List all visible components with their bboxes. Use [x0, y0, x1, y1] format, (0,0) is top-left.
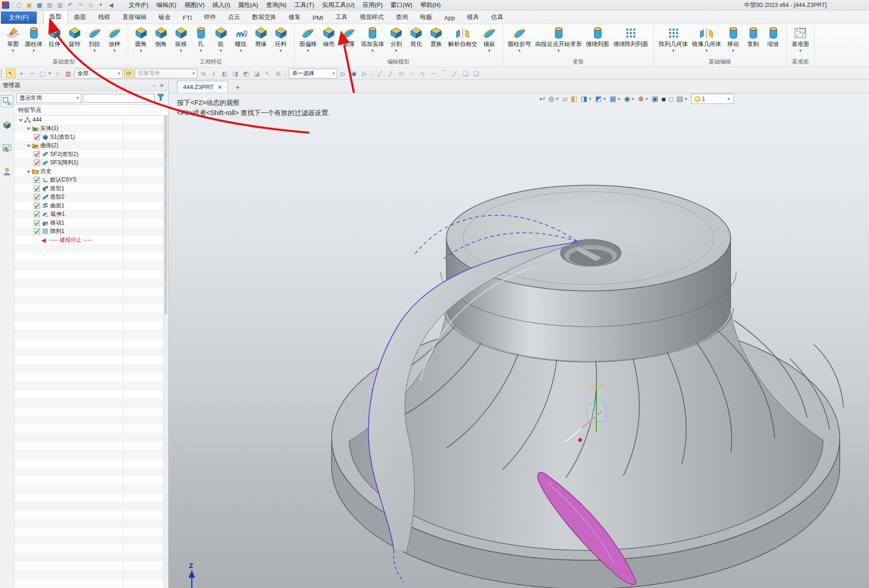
tree-scrollbar[interactable] — [163, 115, 168, 588]
ribbon-button-分割[interactable]: 分割▼ — [387, 26, 405, 53]
expander-chevron-icon[interactable] — [18, 117, 23, 123]
menu-item[interactable]: 视图(V) — [184, 1, 204, 9]
ribbon-button-孔[interactable]: 孔▼ — [192, 26, 210, 53]
visibility-checkbox[interactable] — [34, 151, 40, 157]
menu-item[interactable]: 实用工具(U) — [322, 1, 355, 9]
curve-icon[interactable]: ~ — [429, 69, 438, 78]
target-icon[interactable]: ◉ — [349, 69, 359, 78]
ribbon-button-螺纹[interactable]: 螺纹▼ — [232, 26, 250, 53]
add-select-icon[interactable]: + — [17, 69, 26, 78]
ribbon-button-放样[interactable]: 放样▼ — [105, 26, 124, 53]
ribbon-tab-视觉样式[interactable]: 视觉样式 — [353, 11, 390, 24]
tree-item-曲面1[interactable]: 曲面1 — [14, 201, 168, 210]
ribbon-button-加厚[interactable]: 加厚 — [340, 26, 358, 53]
ribbon-button-镜像几何体[interactable]: 镜像几何体▼ — [691, 26, 723, 53]
dropdown-arrow-icon[interactable]: ▼ — [555, 97, 559, 101]
pick-point-icon[interactable]: ◪ — [252, 69, 261, 78]
panel-close-icon[interactable]: ✕ — [158, 83, 165, 89]
display-mode-icon[interactable]: ◨▼ — [581, 95, 592, 103]
ribbon-button-置换[interactable]: 置换 — [427, 26, 445, 53]
dropdown-arrow-icon[interactable]: ▼ — [32, 49, 36, 52]
tree-column-header[interactable]: 特征节点 — [14, 104, 168, 116]
visibility-checkbox[interactable] — [34, 228, 40, 234]
exit-icon[interactable]: ↩ — [539, 95, 545, 103]
print-preview-icon[interactable]: ▥ — [56, 1, 64, 9]
select-cursor-icon[interactable]: ↖ — [6, 69, 15, 78]
dropdown-arrow-icon[interactable]: ▼ — [588, 97, 592, 101]
ribbon-tab-PMI[interactable]: PMI — [307, 13, 329, 24]
dropdown-arrow-icon[interactable]: ▼ — [179, 49, 183, 52]
back-icon[interactable]: ◀ — [107, 1, 115, 9]
ribbon-button-镶嵌[interactable]: 镶嵌▼ — [480, 26, 499, 53]
tree-item-444[interactable]: 444 — [14, 116, 168, 124]
ribbon-button-扫掠[interactable]: 扫掠▼ — [85, 26, 104, 53]
ribbon-tab-曲面[interactable]: 曲面 — [68, 11, 92, 24]
ribbon-button-拉伸[interactable]: 拉伸 — [46, 26, 64, 53]
tab-close-icon[interactable]: ✕ — [217, 84, 222, 90]
expander-chevron-icon[interactable] — [26, 169, 31, 174]
ribbon-tab-App[interactable]: App — [438, 13, 461, 24]
ray-icon[interactable]: ╱ — [450, 69, 459, 78]
dropdown-arrow-icon[interactable]: ▼ — [603, 97, 607, 101]
ribbon-button-简化[interactable]: 简化 — [407, 26, 425, 53]
menu-item[interactable]: 窗口(W) — [391, 1, 412, 9]
ribbon-tab-焊件[interactable]: 焊件 — [198, 11, 222, 24]
ribbon-button-圆柱体[interactable]: 圆柱体▼ — [24, 26, 44, 53]
ribbon-button-筋[interactable]: 筋▼ — [212, 26, 230, 53]
tree-item-S1(造型1)[interactable]: S1(造型1) — [14, 133, 168, 142]
file-menu-button[interactable]: 文件(F) — [1, 12, 37, 24]
dropdown-arrow-icon[interactable]: ▼ — [732, 49, 735, 52]
dropdown-arrow-icon[interactable]: ▼ — [279, 49, 283, 52]
ribbon-tab-工具[interactable]: 工具 — [329, 11, 353, 24]
ribbon-tab-线框[interactable]: 线框 — [92, 11, 117, 24]
ribbon-tab-钣金[interactable]: 钣金 — [153, 11, 177, 24]
visibility-checkbox[interactable] — [34, 203, 40, 209]
pick-mode-combo[interactable]: 单一选择▼ — [289, 69, 337, 78]
filter-columns-icon[interactable]: ▥ — [64, 69, 73, 78]
expander-chevron-icon[interactable] — [26, 126, 31, 131]
pick-history-icon[interactable]: ⟳ — [124, 69, 133, 78]
ribbon-button-移动[interactable]: 移动▼ — [724, 26, 743, 53]
expander-chevron-icon[interactable] — [26, 143, 31, 148]
history-stop-marker[interactable]: ◀----- 建模停止 ----- — [14, 236, 168, 245]
light-display-combo[interactable]: 1▼ — [691, 94, 734, 104]
ribbon-button-由指定点开始变形[interactable]: 由指定点开始变形▼ — [534, 26, 583, 53]
ribbon-button-基准面[interactable]: 312基准面▼ — [791, 26, 811, 53]
ribbon-button-拔模[interactable]: 拔模▼ — [172, 26, 190, 53]
ribbon-tab-仿真[interactable]: 仿真 — [485, 11, 509, 24]
face-a-icon[interactable]: ❏ — [461, 69, 470, 78]
dropdown-arrow-icon[interactable]: ▼ — [394, 49, 398, 52]
dropdown-arrow-icon[interactable]: ▼ — [518, 49, 522, 52]
layers-icon[interactable]: ▤▼ — [676, 95, 687, 103]
line-icon[interactable]: ╱ — [375, 69, 385, 78]
ribbon-tab-直接编辑[interactable]: 直接编辑 — [117, 11, 153, 24]
dropdown-arrow-icon[interactable]: ▼ — [617, 97, 621, 101]
pick-cursor-icon[interactable]: ↖ — [263, 69, 272, 78]
tree-item-SF3(阵列1)[interactable]: SF3(阵列1) — [14, 159, 168, 168]
dropdown-arrow-icon[interactable]: ▼ — [48, 71, 52, 76]
dropdown-arrow-icon[interactable]: ▼ — [11, 49, 15, 52]
ribbon-button-圆柱折弯[interactable]: 圆柱折弯▼ — [507, 26, 533, 53]
dropdown-arrow-icon[interactable]: ▼ — [488, 49, 491, 52]
tree-item-实体(1)[interactable]: 实体(1) — [14, 124, 168, 133]
tree-item-造型1[interactable]: 造型1 — [14, 184, 168, 193]
dropdown-arrow-icon[interactable]: ▼ — [117, 71, 121, 76]
regen-icon[interactable]: ◇ — [87, 1, 94, 9]
tree-item-默认CSYS[interactable]: 默认CSYS — [14, 176, 168, 185]
visibility-checkbox[interactable] — [34, 220, 40, 226]
pick-edge-icon[interactable]: ◩ — [242, 69, 251, 78]
dropdown-arrow-icon[interactable]: ▼ — [93, 49, 97, 52]
new-tab-button[interactable]: + — [235, 83, 240, 91]
manager-tree-icon[interactable] — [1, 95, 13, 107]
ribbon-button-缠绕阵列到面[interactable]: 缠绕阵列到面 — [612, 26, 650, 53]
tree-item-阵列1[interactable]: 阵列1 — [14, 227, 168, 236]
tree-item-移动1[interactable]: 移动1 — [14, 219, 168, 227]
ribbon-button-缠绕到面[interactable]: 缠绕到面 — [585, 26, 611, 53]
dropdown-arrow-icon[interactable]: ▼ — [199, 49, 203, 52]
filter-funnel-icon[interactable] — [157, 93, 165, 103]
dropdown-arrow-icon[interactable]: ▼ — [631, 97, 635, 101]
save-icon[interactable]: ▦ — [36, 1, 43, 9]
ribbon-button-圆角[interactable]: 圆角▼ — [132, 26, 150, 53]
light-bg-icon[interactable]: □ — [669, 95, 673, 103]
point-circle-icon[interactable]: ⊙ — [397, 69, 406, 78]
